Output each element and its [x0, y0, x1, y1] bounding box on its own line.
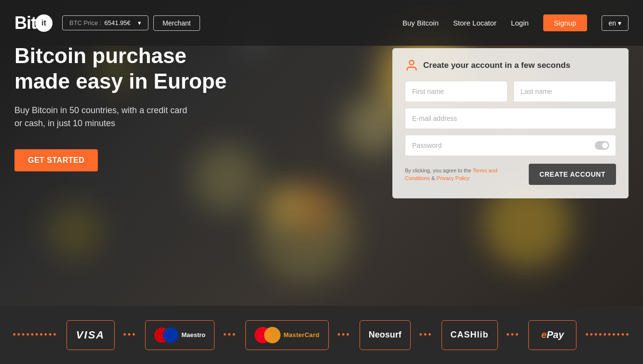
- create-account-button[interactable]: CREATE ACCOUNT: [529, 164, 616, 185]
- epay-label: ePay: [541, 329, 564, 340]
- visa-card: VISA: [67, 320, 115, 350]
- maestro-circle-blue: [163, 327, 178, 343]
- password-input[interactable]: [405, 135, 616, 156]
- payment-methods-bar: •••••••••• VISA ••• Maestro ••• MasterCa…: [0, 306, 643, 364]
- terms-and: &: [430, 175, 436, 181]
- merchant-button[interactable]: Merchant: [153, 15, 200, 31]
- logo-text: Bit: [14, 13, 36, 33]
- nav-login[interactable]: Login: [511, 19, 529, 27]
- dots-after-neosurf: •••: [419, 330, 433, 340]
- last-name-input[interactable]: [513, 81, 616, 102]
- email-input[interactable]: [405, 108, 616, 129]
- language-selector[interactable]: en ▾: [602, 15, 629, 31]
- email-field-row: [405, 108, 616, 129]
- first-name-input[interactable]: [405, 81, 508, 102]
- dots-after-visa: •••: [123, 330, 137, 340]
- dots-after-cashlib: •••: [507, 330, 520, 340]
- logo[interactable]: Bit it: [14, 13, 53, 33]
- hero-title-line1: Bitcoin purchase: [14, 44, 187, 67]
- btc-price-value: 6541.95€: [104, 19, 130, 26]
- maestro-logo: [154, 327, 178, 343]
- maestro-card: Maestro: [145, 320, 214, 350]
- hero-section: Bit it BTC Price : 6541.95€ ▾ Merchant B…: [0, 0, 643, 306]
- name-fields-row: [405, 81, 616, 102]
- signup-button[interactable]: Signup: [543, 14, 587, 31]
- btc-price-label: BTC Price :: [69, 19, 101, 26]
- dots-left: ••••••••••: [13, 330, 58, 340]
- epay-card: ePay: [528, 320, 576, 350]
- mastercard-card: MasterCard: [245, 320, 329, 350]
- dots-after-maestro: •••: [223, 330, 237, 340]
- epay-e: e: [541, 329, 547, 340]
- signup-card: Create your account in a few seconds By …: [392, 48, 629, 198]
- visa-logo: VISA: [76, 329, 105, 341]
- hero-title-line2: made easy in Europe: [14, 69, 227, 93]
- mastercard-label: MasterCard: [283, 331, 320, 338]
- user-icon: [405, 59, 418, 72]
- form-footer: By clicking, you agree to the Terms and …: [405, 164, 616, 185]
- privacy-link[interactable]: Privacy Policy: [436, 175, 469, 181]
- mastercard-circle-orange: [264, 327, 281, 343]
- signup-card-header: Create your account in a few seconds: [405, 59, 616, 72]
- chevron-down-icon: ▾: [138, 19, 141, 26]
- password-toggle[interactable]: [595, 141, 609, 150]
- cashlib-label: CASHlib: [451, 330, 489, 340]
- maestro-label: Maestro: [181, 331, 205, 338]
- get-started-button[interactable]: GET STARTED: [14, 149, 98, 171]
- signup-card-title: Create your account in a few seconds: [423, 61, 570, 70]
- mastercard-logo: MasterCard: [255, 327, 320, 343]
- neosurf-label: Neosurf: [369, 330, 402, 340]
- terms-text: By clicking, you agree to the Terms and …: [405, 167, 522, 182]
- password-field-row: [405, 135, 616, 156]
- logo-circle: it: [35, 14, 53, 32]
- svg-point-0: [409, 61, 414, 65]
- nav-store-locator[interactable]: Store Locator: [453, 19, 496, 27]
- main-nav: Buy Bitcoin Store Locator Login Signup e…: [402, 14, 629, 31]
- site-header: Bit it BTC Price : 6541.95€ ▾ Merchant B…: [0, 0, 643, 46]
- nav-buy-bitcoin[interactable]: Buy Bitcoin: [402, 19, 439, 27]
- terms-text-before: By clicking, you agree to the: [405, 168, 472, 173]
- btc-price-button[interactable]: BTC Price : 6541.95€ ▾: [62, 15, 148, 30]
- neosurf-card: Neosurf: [360, 320, 411, 350]
- dots-after-mastercard: •••: [337, 330, 351, 340]
- dots-right: ••••••••••: [585, 330, 630, 340]
- cashlib-card: CASHlib: [442, 320, 498, 350]
